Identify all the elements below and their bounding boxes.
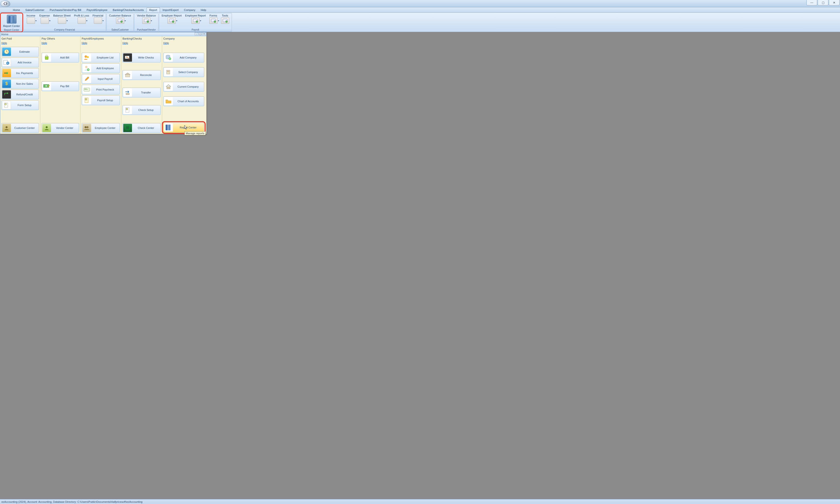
tile-add-employee[interactable]: Add Employee [82,64,120,73]
help-company[interactable]: Help [163,41,169,44]
ribbon-profit-loss-button[interactable]: Profit & Loss [72,14,90,24]
tile-pay-bill[interactable]: Pay Bill [41,81,79,91]
report-icon [94,17,102,24]
menu-report[interactable]: Report [147,7,160,12]
ribbon-expense-button[interactable]: Expense [38,14,51,24]
svg-point-35 [85,126,87,128]
report-icon [168,17,176,24]
menu-purchases-vendor-pay-bill[interactable]: Purchases/Vendor/Pay Bill [47,7,84,12]
svg-rect-48 [167,87,170,89]
tile-refund-credit-label: Refund/Credit [12,93,38,96]
tile-chart-of-accounts-label: Chart of Accounts [174,100,203,103]
svg-point-14 [226,21,227,22]
building-icon [164,68,173,76]
help-pay-others[interactable]: Help [41,41,47,44]
ribbon-income-button[interactable]: Income [24,14,37,24]
tile-add-company[interactable]: Add Company [163,53,204,62]
svg-rect-0 [8,16,11,23]
tile-refund-credit[interactable]: Refund/Credit [1,90,39,99]
tile-estimate-label: Estimate [12,50,38,53]
svg-rect-45 [167,70,170,74]
ribbon-employee-report-button[interactable]: Employee Report [184,14,207,24]
ribbon-financial-button[interactable]: Financial [91,14,105,24]
ribbon-report-center-label: Report Center [3,24,20,28]
menu-payroll-employee[interactable]: Payroll/Employee [84,7,110,12]
ribbon-employee-report-label: Employee Report [185,14,206,17]
home-window-max-button[interactable]: ▢ [199,32,202,35]
tile-report-center[interactable]: Report Center [163,123,204,132]
highlight-report-center: Report Center Manage reports [163,122,205,133]
ribbon-company-financial-group-label: Company Financial [24,28,105,32]
svg-point-21 [5,104,6,105]
svg-rect-46 [167,71,168,72]
ribbon-forms-button[interactable]: Forms [208,14,219,24]
tile-payroll-setup[interactable]: Payroll Setup [82,95,120,105]
report-icon [58,17,66,24]
col-pay-others: Pay Others Help Add Bill Pay Bill Vendor… [40,36,81,134]
tile-check-setup[interactable]: Check Setup [122,105,161,115]
svg-rect-39 [126,93,129,95]
add-user-icon [82,64,91,72]
tile-select-company[interactable]: Select Company [163,67,204,77]
ribbon-employer-report-button[interactable]: Employer Report [160,14,183,24]
window-maximize-button[interactable]: ▢ [818,0,828,5]
tile-estimate[interactable]: Estimate [1,47,39,57]
tile-write-checks[interactable]: Write Checks [122,53,161,62]
tile-inv-payments[interactable]: Inv. Payments [1,68,39,78]
tile-transfer[interactable]: Transfer [122,88,161,97]
help-payroll[interactable]: Help [82,41,87,44]
ribbon-forms-label: Forms [209,14,217,17]
check-paper-icon [82,86,91,94]
tile-customer-center[interactable]: Customer Center [1,123,39,133]
menu-sales-customer[interactable]: Sales/Customer [22,7,47,12]
menu-help[interactable]: Help [198,7,209,12]
ribbon-profit-loss-label: Profit & Loss [74,14,89,17]
tile-input-payroll[interactable]: Input Payroll [82,74,120,84]
tile-non-inv-sales[interactable]: $ Non-Inv Sales [1,79,39,89]
ribbon: Report Center Report Center Income Expen… [0,13,840,32]
tile-reconcile[interactable]: Reconcile [122,70,161,80]
tile-report-center-label: Report Center [174,126,203,129]
help-banking[interactable]: Help [122,41,128,44]
tile-print-paycheck[interactable]: Print Paycheck [82,85,120,94]
tile-employee-list[interactable]: Employee List [82,53,120,62]
menu-banking-checks-accounts[interactable]: Banking/Checks/Accounts [110,7,147,12]
ribbon-report-center-button[interactable]: Report Center [2,14,21,28]
home-window-close-button[interactable]: ✕ [203,32,206,35]
ribbon-purchase-vendor-group-label: Purchase/Vendor [135,28,157,32]
home-window-titlebar[interactable]: Home – ▢ ✕ [0,32,206,36]
home-window-min-button[interactable]: – [195,32,198,35]
window-close-button[interactable]: ✕ [829,0,840,5]
tile-add-bill[interactable]: Add Bill [41,53,79,62]
ribbon-vendor-balance-button[interactable]: Vendor Balance [135,14,157,24]
heading-banking-checks: Banking/Checks [122,37,161,40]
tile-vendor-center[interactable]: Vendor Center [41,123,79,133]
ribbon-customer-balance-button[interactable]: Customer Balance [108,14,133,24]
tile-chart-of-accounts[interactable]: Chart of Accounts [163,96,204,106]
tile-form-setup-label: Form Setup [12,104,38,107]
tile-form-setup[interactable]: Form Setup [1,100,39,110]
svg-text:$: $ [5,81,8,86]
main-menu: Home Sales/Customer Purchases/Vendor/Pay… [0,7,840,13]
help-get-paid[interactable]: Help [1,41,7,44]
tile-add-company-label: Add Company [174,56,203,59]
tile-check-setup-label: Check Setup [134,109,160,111]
refund-icon [2,90,11,98]
window-minimize-button[interactable]: — [806,0,817,5]
ribbon-vendor-balance-label: Vendor Balance [137,14,156,17]
menu-home[interactable]: Home [10,7,22,12]
app-orb-button[interactable] [0,0,10,7]
tile-employee-center[interactable]: Employee Center [82,123,120,133]
menu-import-export[interactable]: Import/Export [160,7,181,12]
tile-current-company[interactable]: Current Company [163,82,204,91]
menu-company[interactable]: Company [181,7,198,12]
ribbon-tools-button[interactable]: Tools [220,14,231,24]
ribbon-group-report-center: Report Center Report Center [0,13,22,32]
report-icon [191,17,200,24]
tile-check-center[interactable]: Check Center [122,123,161,133]
ribbon-balance-sheet-button[interactable]: Balance Sheet [52,14,72,24]
svg-point-34 [85,98,87,100]
shopping-bag-icon [42,53,51,62]
tile-payroll-setup-label: Payroll Setup [92,99,119,102]
tile-add-invoice[interactable]: Add Invoice [1,57,39,67]
